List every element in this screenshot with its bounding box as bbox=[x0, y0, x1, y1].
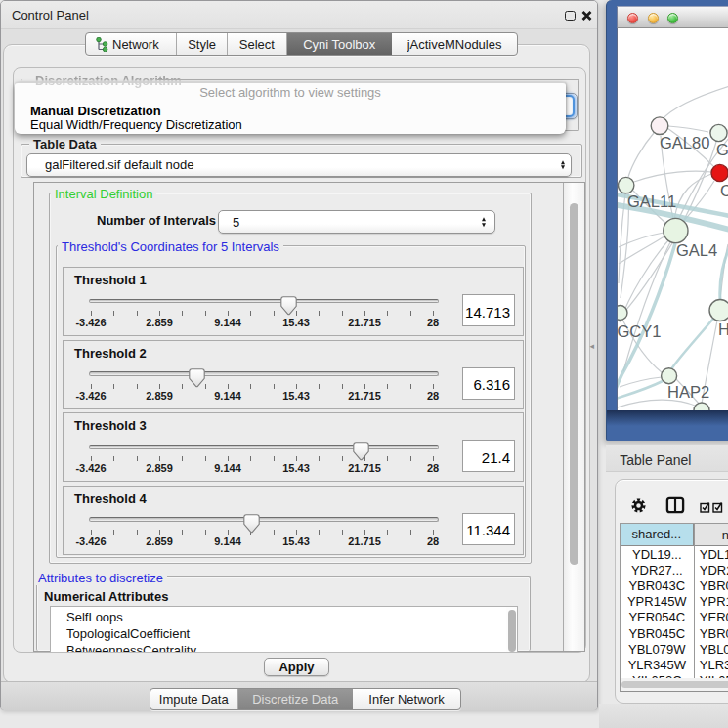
tab-infer-network[interactable]: Infer Network bbox=[353, 689, 460, 709]
minimize-traffic-light-icon[interactable] bbox=[648, 13, 659, 23]
popup-item-equal-width[interactable]: Equal Width/Frequency Discretization bbox=[30, 117, 242, 132]
network-node-gal11[interactable] bbox=[619, 177, 634, 193]
close-traffic-light-icon[interactable] bbox=[627, 13, 638, 23]
popup-item-manual[interactable]: Manual Discretization bbox=[30, 104, 161, 118]
table-horizontal-scrollbar[interactable] bbox=[621, 678, 728, 692]
slider-tick-label: 2.859 bbox=[136, 535, 183, 547]
column-divider[interactable] bbox=[694, 524, 695, 678]
slider-tick bbox=[113, 384, 114, 389]
network-edge bbox=[618, 400, 698, 408]
table-row[interactable]: YDR27...YDR27 bbox=[621, 563, 728, 578]
slider-thumb[interactable] bbox=[243, 514, 260, 534]
vertical-scrollbar[interactable] bbox=[563, 183, 584, 651]
network-window-titlebar[interactable] bbox=[617, 6, 728, 28]
slider-tick bbox=[137, 456, 138, 461]
network-node-label: GCY1 bbox=[618, 322, 661, 340]
tab-network[interactable]: Network bbox=[86, 33, 177, 55]
cell-name: YPR14 bbox=[700, 594, 728, 609]
network-node-hap2[interactable] bbox=[662, 368, 677, 384]
network-node-gcy1[interactable] bbox=[618, 306, 627, 321]
slider-track[interactable] bbox=[89, 517, 439, 522]
network-edge bbox=[634, 171, 711, 182]
attributes-list[interactable]: SelfLoopsTopologicalCoefficientBetweenne… bbox=[50, 606, 518, 652]
threshold-value-field[interactable]: 6.316 bbox=[462, 367, 516, 400]
tab-jactivemnodules[interactable]: jActiveMNodules bbox=[392, 33, 518, 55]
table-horizontal-scrollbar-thumb[interactable] bbox=[621, 681, 728, 688]
slider-thumb[interactable] bbox=[280, 296, 297, 316]
cell-name: YDR27 bbox=[700, 563, 728, 578]
checkbox-icons[interactable] bbox=[700, 501, 725, 513]
attributes-scrollbar-thumb[interactable] bbox=[508, 610, 517, 652]
threshold-value-field[interactable]: 21.4 bbox=[462, 440, 516, 472]
network-edge bbox=[720, 246, 728, 300]
threshold-value-field[interactable]: 11.344 bbox=[462, 513, 516, 545]
table-row[interactable]: YLR345WYLR34 bbox=[621, 658, 728, 673]
slider-tick bbox=[228, 456, 229, 461]
title-bar[interactable]: Control Panel bbox=[1, 1, 597, 29]
vertical-scrollbar-thumb[interactable] bbox=[570, 203, 578, 565]
slider-tick bbox=[182, 456, 183, 461]
slider-tick bbox=[319, 311, 320, 316]
attributes-scrollbar[interactable] bbox=[506, 607, 517, 652]
table-data-combobox[interactable]: galFiltered.sif default node bbox=[26, 153, 572, 177]
tab-cyni-toolbox[interactable]: Cyni Toolbox bbox=[287, 33, 392, 55]
apply-button[interactable]: Apply bbox=[264, 658, 329, 677]
network-node-h[interactable] bbox=[709, 300, 728, 321]
table-row[interactable]: YDL19...YDL19 bbox=[621, 547, 728, 563]
column-layout-icon[interactable] bbox=[665, 496, 685, 514]
column-header-name[interactable]: name bbox=[695, 524, 728, 546]
tab-label: Network bbox=[112, 37, 159, 52]
slider-track[interactable] bbox=[89, 371, 439, 376]
network-edge bbox=[668, 126, 708, 132]
network-node-label: GAL4 bbox=[676, 241, 717, 259]
cell-shared-name: YBL079W bbox=[621, 642, 694, 657]
network-canvas[interactable]: GAL80GACGAL11GAL4GCY1HHAP2 bbox=[617, 28, 728, 410]
network-node-ga[interactable] bbox=[710, 124, 727, 141]
network-node-gal80[interactable] bbox=[651, 117, 668, 135]
network-node[interactable] bbox=[694, 403, 709, 410]
slider-tick bbox=[137, 311, 138, 316]
group-border-segment bbox=[157, 79, 579, 80]
table-row[interactable]: YBR043CYBR04 bbox=[621, 578, 728, 594]
number-of-intervals-combobox[interactable]: 5 bbox=[218, 210, 495, 234]
table-panel-header[interactable]: Table Panel bbox=[606, 445, 728, 472]
slider-track[interactable] bbox=[89, 445, 439, 450]
network-edge bbox=[619, 233, 664, 247]
slider-tick-label: 15.43 bbox=[273, 390, 320, 402]
table-row[interactable]: YPR145WYPR14 bbox=[621, 594, 728, 610]
network-node-c[interactable] bbox=[711, 164, 728, 181]
float-window-icon[interactable] bbox=[565, 11, 576, 21]
threshold-value-field[interactable]: 14.713 bbox=[462, 294, 516, 326]
slider-tick-label: 21.715 bbox=[341, 535, 388, 547]
attribute-item[interactable]: BetweennessCentrality bbox=[66, 643, 196, 653]
tab-discretize-data[interactable]: Discretize Data bbox=[238, 689, 354, 709]
slider-tick bbox=[274, 456, 275, 461]
panel-collapse-arrow[interactable]: ◂ bbox=[590, 341, 595, 351]
cell-shared-name: YDL19... bbox=[621, 547, 694, 562]
network-node-gal4[interactable] bbox=[664, 218, 688, 242]
attribute-item[interactable]: SelfLoops bbox=[66, 610, 123, 624]
gear-icon[interactable] bbox=[631, 498, 646, 513]
slider-tick bbox=[182, 530, 183, 535]
tab-select[interactable]: Select bbox=[228, 33, 287, 55]
table-panel-window: shared... name YDL19...YDL19YDR27...YDR2… bbox=[615, 479, 728, 705]
slider-track[interactable] bbox=[89, 299, 439, 304]
slider-thumb[interactable] bbox=[353, 442, 369, 461]
table-row[interactable]: YBL079WYBL07 bbox=[621, 642, 728, 658]
table-row[interactable]: YBR045CYBR04 bbox=[621, 626, 728, 642]
slider-tick bbox=[387, 530, 388, 535]
zoom-traffic-light-icon[interactable] bbox=[667, 13, 678, 23]
table-row[interactable]: YER054CYER05 bbox=[621, 610, 728, 625]
tab-label: Select bbox=[239, 37, 275, 52]
attribute-item[interactable]: TopologicalCoefficient bbox=[66, 626, 190, 641]
slider-thumb[interactable] bbox=[189, 368, 205, 388]
tab-impute-data[interactable]: Impute Data bbox=[150, 689, 238, 709]
slider-tick bbox=[364, 384, 365, 389]
slider-tick-label: -3.426 bbox=[67, 317, 114, 328]
slider-tick bbox=[113, 456, 114, 461]
slider-tick-label: 2.859 bbox=[136, 462, 183, 474]
column-header-shared-name[interactable]: shared... bbox=[621, 524, 694, 546]
threshold-panel-2: Threshold 2-3.4262.8599.14415.4321.71528… bbox=[63, 340, 524, 409]
tab-style[interactable]: Style bbox=[177, 33, 228, 55]
close-icon[interactable] bbox=[581, 11, 592, 21]
